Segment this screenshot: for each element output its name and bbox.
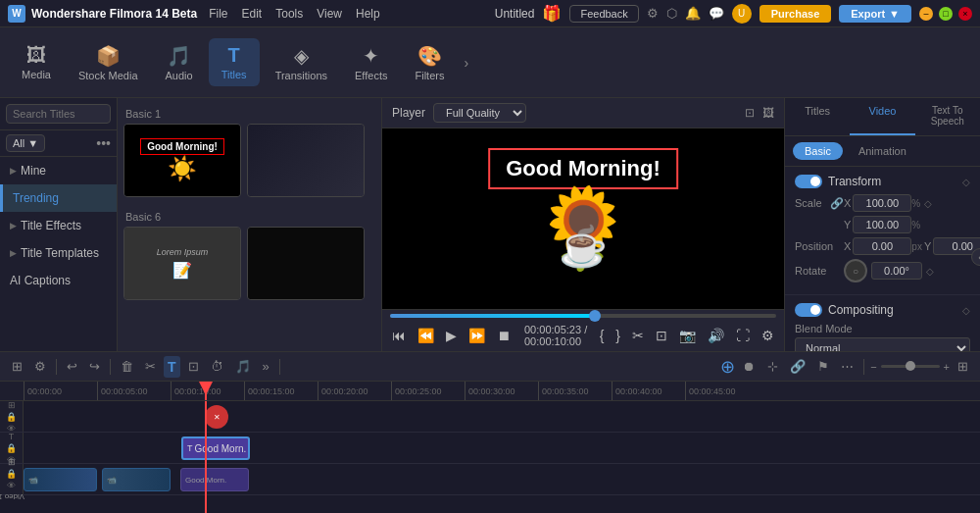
tool-effects[interactable]: ✦ Effects [343,38,399,87]
tl-link[interactable]: 🔗 [786,356,809,377]
nav-item-title-templates[interactable]: ▶ Title Templates [0,239,117,267]
tl-track-toggle[interactable]: ⊞ [8,356,26,377]
tl-redo[interactable]: ↪ [85,356,104,377]
title-card-dark[interactable] [247,227,365,300]
tab-titles[interactable]: Titles [785,98,850,135]
feedback-button[interactable]: Feedback [569,5,638,23]
tl-text-tool[interactable]: T [164,356,180,378]
nav-item-ai-captions[interactable]: AI Captions [0,267,117,294]
player-icon1[interactable]: ⊡ [745,106,755,120]
tab-text-to-speech[interactable]: Text To Speech [915,98,980,135]
tl-add-track[interactable]: ⊕ [720,356,735,378]
tool-filters[interactable]: 🎨 Filters [403,38,456,87]
filter-all-button[interactable]: All ▼ [6,134,45,152]
volume-button[interactable]: 🔊 [706,326,726,345]
menu-edit[interactable]: Edit [242,7,263,21]
screenshot-button[interactable]: 📷 [677,326,698,345]
zoom-slider[interactable] [881,365,940,368]
red-circle-marker[interactable]: ✕ [205,405,228,429]
tl-snap[interactable]: ⊹ [763,356,782,377]
scale-x-input[interactable] [853,194,911,212]
compositing-toggle[interactable] [795,303,822,317]
filter-more-button[interactable]: ••• [96,135,111,151]
tool-transitions[interactable]: ◈ Transitions [264,38,339,87]
tool-stock-media[interactable]: 📦 Stock Media [67,38,150,87]
transform-section: Transform ◇ Scale 🔗 X % ◇ Y % Position [785,167,980,295]
rotate-input[interactable] [871,262,922,280]
scale-diamond-icon[interactable]: ◇ [924,198,932,209]
tab-video[interactable]: Video [850,98,914,135]
tl-grid[interactable]: ⊞ [954,356,972,377]
subtab-animation[interactable]: Animation [847,142,918,160]
title-clip-good-morning[interactable]: T Good Morn. [181,436,250,460]
progress-bar[interactable] [390,314,776,318]
mark-in-button[interactable]: { [598,326,607,345]
menu-help[interactable]: Help [356,7,380,21]
tl-more2[interactable]: ⋯ [837,356,858,377]
toolbar-expand-arrow[interactable]: › [460,51,472,75]
clip-button[interactable]: ✂ [630,326,646,345]
maximize-button[interactable]: □ [939,7,953,21]
purchase-button[interactable]: Purchase [760,5,832,23]
tool-titles[interactable]: T Titles [209,38,260,86]
skip-back-button[interactable]: ⏮ [390,326,408,345]
subtab-basic[interactable]: Basic [793,142,843,160]
video-clip-2[interactable]: 📹 [102,468,171,491]
user-avatar[interactable]: U [732,4,752,24]
track-icon-video: ⊞ [8,457,16,467]
nav-item-title-effects[interactable]: ▶ Title Effects [0,212,117,239]
video-clip-1[interactable]: 📹 [24,468,97,491]
tl-speed[interactable]: ⏱ [207,356,227,377]
zoom-in-icon[interactable]: + [944,361,950,373]
nav-item-trending[interactable]: Trending [0,184,117,212]
title-card-good-morning[interactable]: Good Morning! ☀️ [123,124,241,197]
tl-scissors[interactable]: ✂ [141,356,160,377]
settings-button[interactable]: ⚙ [760,326,776,345]
close-button[interactable]: × [958,7,972,21]
fullscreen-button[interactable]: ⛶ [734,326,752,345]
quality-select[interactable]: Full Quality Half Quality [433,103,526,123]
rotate-diamond-icon[interactable]: ◇ [926,266,934,277]
tl-delete[interactable]: 🗑 [117,356,137,377]
tl-audio[interactable]: 🎵 [231,356,255,377]
player-icon2[interactable]: 🖼 [762,106,774,120]
transform-expand-icon[interactable]: ◇ [962,177,970,187]
zoom-out-icon[interactable]: − [870,361,876,373]
compositing-expand-icon[interactable]: ◇ [962,305,970,316]
tl-undo[interactable]: ↩ [63,356,81,377]
nav-item-mine[interactable]: ▶ Mine [0,157,117,184]
menu-file[interactable]: File [209,7,227,21]
menu-view[interactable]: View [317,7,342,21]
pip-button[interactable]: ⊡ [654,326,669,345]
player-label: Player [392,106,425,120]
search-input[interactable] [6,104,111,124]
tool-media[interactable]: 🖼 Media [10,38,63,86]
ruler-mark-25: 00:00:25:00 [391,382,465,401]
title-card-basic1b[interactable] [247,124,365,197]
tool-audio[interactable]: 🎵 Audio [154,38,205,87]
playhead-track-line [205,401,207,513]
transform-toggle[interactable] [795,175,822,188]
frame-forward-button[interactable]: ⏩ [466,326,487,345]
title-card-lorem[interactable]: Lorem Ipsum 📝 [123,227,241,300]
tl-crop[interactable]: ⊡ [184,356,203,377]
mark-out-button[interactable]: } [613,326,622,345]
frame-back-button[interactable]: ⏪ [416,326,436,345]
export-button[interactable]: Export ▼ [839,5,911,23]
rotate-visual[interactable]: ○ [844,259,867,282]
tl-settings[interactable]: ⚙ [30,356,50,377]
play-button[interactable]: ▶ [444,326,459,345]
position-x-input[interactable] [853,237,911,255]
gift-icon[interactable]: 🎁 [542,4,562,23]
video-clip-good-morning-overlay[interactable]: Good Morn. [180,468,249,491]
tl-mark[interactable]: ⚑ [813,356,833,377]
track-body-marker: ✕ [24,401,980,433]
blend-mode-select[interactable]: Normal Multiply Screen Overlay [795,337,970,351]
tl-more[interactable]: » [259,356,273,377]
tl-separator1 [56,359,57,375]
minimize-button[interactable]: – [919,7,933,21]
stop-button[interactable]: ⏹ [495,326,513,345]
scale-y-input[interactable] [853,216,911,233]
menu-tools[interactable]: Tools [275,7,303,21]
tl-record[interactable]: ⏺ [739,356,760,377]
